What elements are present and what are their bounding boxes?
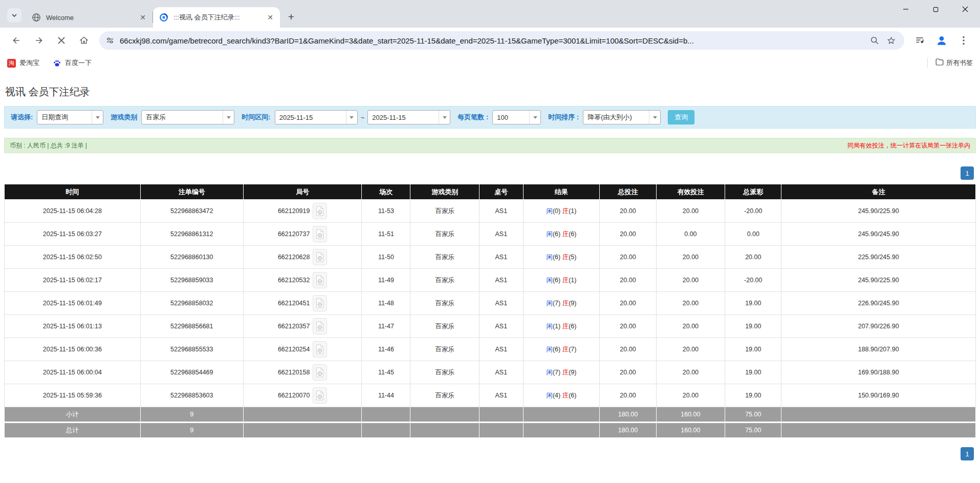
total-payout: 75.00 xyxy=(725,423,781,438)
note-cell: 226.90/245.90 xyxy=(781,292,976,315)
back-arrow-icon xyxy=(11,35,21,46)
back-button[interactable] xyxy=(8,32,25,49)
result-player-score: (0) xyxy=(553,207,560,215)
payout-cell: 20.00 xyxy=(725,246,781,269)
new-tab-button[interactable]: + xyxy=(284,10,298,24)
maximize-button[interactable] xyxy=(921,0,950,18)
forward-arrow-icon xyxy=(34,35,44,46)
note-cell: 169.90/188.90 xyxy=(781,361,976,384)
video-replay-button[interactable] xyxy=(313,295,327,311)
table-row: 2025-11-15 06:00:36 522968855533 6621202… xyxy=(5,338,976,361)
table-header-row: 时间 注单编号 局号 场次 游戏类别 桌号 结果 总投注 有效投注 总派彩 备注 xyxy=(5,184,976,200)
total-bet-link[interactable]: 20.00 xyxy=(600,246,656,269)
total-bet-link[interactable]: 20.00 xyxy=(600,223,656,246)
minimize-icon xyxy=(903,6,909,12)
page-number-button[interactable]: 1 xyxy=(961,166,974,180)
date-range-label: 时间区间: xyxy=(242,113,270,122)
result-player: 闲 xyxy=(546,323,553,330)
site-info-icon[interactable] xyxy=(105,36,115,45)
total-bet-link[interactable]: 20.00 xyxy=(600,269,656,292)
total-bet-link[interactable]: 20.00 xyxy=(600,361,656,384)
video-replay-button[interactable] xyxy=(313,364,327,381)
result-player-score: (7) xyxy=(553,369,560,376)
game-cell: 百家乐 xyxy=(410,361,480,384)
forward-button[interactable] xyxy=(30,32,48,49)
url-text[interactable]: 66cxkj98.com/game/betrecord_search/kind3… xyxy=(120,36,865,45)
result-banker: 庄 xyxy=(562,323,569,330)
video-replay-button[interactable] xyxy=(313,272,327,288)
stop-loading-button[interactable] xyxy=(53,32,70,49)
video-replay-button[interactable] xyxy=(313,203,327,219)
date-start-select[interactable]: 2025-11-15 xyxy=(275,110,358,124)
col-total-bet: 总投注 xyxy=(600,184,656,200)
bet-id-cell: 522968861312 xyxy=(140,223,243,246)
profile-avatar[interactable] xyxy=(934,33,949,48)
table-no-cell: AS1 xyxy=(480,246,523,269)
video-replay-button[interactable] xyxy=(313,318,327,334)
result-player: 闲 xyxy=(546,300,553,307)
result-player-score: (6) xyxy=(553,230,560,238)
result-banker-score: (1) xyxy=(569,207,576,215)
tab-close-icon[interactable]: ✕ xyxy=(266,13,275,22)
bet-id-cell: 522968854469 xyxy=(140,361,243,384)
subtotal-label: 小计 xyxy=(5,407,141,423)
round-number: 662120070 xyxy=(278,392,310,399)
browser-menu-button[interactable] xyxy=(955,32,972,49)
media-controls-button[interactable] xyxy=(911,32,928,49)
table-row: 2025-11-15 06:02:17 522968859033 6621205… xyxy=(5,269,976,292)
table-row: 2025-11-15 06:02:50 522968860130 6621206… xyxy=(5,246,976,269)
bookmark-star-button[interactable] xyxy=(884,33,898,48)
session-cell: 11-46 xyxy=(362,338,410,361)
bookmark-label: 百度一下 xyxy=(65,58,92,68)
time-cell: 2025-11-15 06:01:13 xyxy=(5,315,141,338)
subtotal-payout: 75.00 xyxy=(725,407,781,423)
result-player-score: (4) xyxy=(553,392,560,399)
home-icon xyxy=(79,35,89,46)
video-replay-button[interactable] xyxy=(313,387,327,404)
result-banker-score: (6) xyxy=(569,230,576,238)
result-player: 闲 xyxy=(546,369,553,376)
query-button[interactable]: 查询 xyxy=(668,110,694,124)
total-bet-link[interactable]: 20.00 xyxy=(600,338,656,361)
payout-cell: -20.00 xyxy=(725,269,781,292)
total-bet-link[interactable]: 20.00 xyxy=(600,384,656,407)
tab-close-icon[interactable]: ✕ xyxy=(138,13,147,22)
home-button[interactable] xyxy=(75,32,93,49)
zoom-button[interactable] xyxy=(867,33,882,48)
stop-x-icon xyxy=(57,36,66,45)
bookmark-taobao[interactable]: 淘 爱淘宝 xyxy=(7,58,39,68)
game-cell: 百家乐 xyxy=(410,315,480,338)
all-bookmarks-label: 所有书签 xyxy=(946,58,973,68)
total-bet-link[interactable]: 20.00 xyxy=(600,315,656,338)
game-cell: 百家乐 xyxy=(410,292,480,315)
query-type-select[interactable]: 日期查询 xyxy=(37,110,103,124)
total-bet-link[interactable]: 20.00 xyxy=(600,200,656,223)
video-replay-button[interactable] xyxy=(313,249,327,265)
browser-toolbar: 66cxkj98.com/game/betrecord_search/kind3… xyxy=(0,28,980,53)
minimize-button[interactable] xyxy=(891,0,921,18)
round-cell: 662120451 xyxy=(243,292,362,315)
video-replay-button[interactable] xyxy=(313,341,327,358)
page-number-button[interactable]: 1 xyxy=(961,447,974,460)
sort-select[interactable]: 降幂(由大到小) xyxy=(583,110,661,124)
valid-bet-notice: 同局有效投注，统一计算在该局第一张注单内 xyxy=(847,141,970,150)
folder-icon xyxy=(935,57,944,69)
game-cell: 百家乐 xyxy=(410,223,480,246)
date-end-select[interactable]: 2025-11-15 xyxy=(367,110,450,124)
per-page-select[interactable]: 100 xyxy=(492,110,541,124)
total-bet-link[interactable]: 20.00 xyxy=(600,292,656,315)
session-cell: 11-50 xyxy=(362,246,410,269)
round-number: 662120357 xyxy=(278,323,310,330)
all-bookmarks[interactable]: 所有书签 xyxy=(927,57,973,69)
close-window-button[interactable] xyxy=(950,0,980,18)
video-replay-button[interactable] xyxy=(313,226,327,242)
address-bar[interactable]: 66cxkj98.com/game/betrecord_search/kind3… xyxy=(99,31,904,50)
valid-bet-cell: 20.00 xyxy=(656,338,725,361)
bookmark-baidu[interactable]: 百度一下 xyxy=(53,58,92,68)
tab-betrecord[interactable]: :::视讯 会员下注纪录::: ✕ xyxy=(153,7,280,28)
bet-records-table: 时间 注单编号 局号 场次 游戏类别 桌号 结果 总投注 有效投注 总派彩 备注… xyxy=(4,184,976,438)
game-type-select[interactable]: 百家乐 xyxy=(141,110,234,124)
session-cell: 11-45 xyxy=(362,361,410,384)
tab-welcome[interactable]: Welcome ✕ xyxy=(26,7,153,28)
tab-search-button[interactable] xyxy=(7,8,21,23)
